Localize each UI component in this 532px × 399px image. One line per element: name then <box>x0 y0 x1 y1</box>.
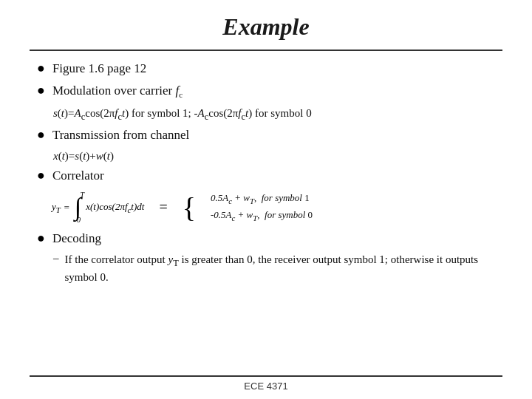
formula-block: yT = T ∫ 0 x(t)cos(2πfct)dt = { 0.5Ac + … <box>52 191 495 225</box>
integral-limits-wrap: T ∫ 0 <box>73 191 85 224</box>
formula-brace: { <box>183 194 196 222</box>
bullet-item-1: ● Figure 1.6 page 12 <box>37 60 495 78</box>
bullet-icon-4: ● <box>37 168 45 183</box>
formula-main-equals: = <box>159 199 167 216</box>
bullet-icon-2: ● <box>37 83 45 98</box>
page: Example ● Figure 1.6 page 12 ● Modulatio… <box>0 0 532 399</box>
bullet-5-subtext: If the correlator output yT is greater t… <box>65 252 496 286</box>
bullet-3-subtext: x(t)=s(t)+w(t) <box>53 149 495 164</box>
bottom-divider <box>30 375 502 377</box>
bullet-icon-5: ● <box>37 231 45 246</box>
formula-lhs: yT = T ∫ 0 x(t)cos(2πfct)dt <box>52 191 144 224</box>
bullet-icon-1: ● <box>37 61 45 76</box>
top-divider <box>30 50 502 51</box>
integral-lower: 0 <box>77 216 81 224</box>
footer-text: ECE 4371 <box>244 381 287 392</box>
bullet-2-subtext: s(t)=Accos(2πfct) for symbol 1; -Accos(2… <box>53 106 495 124</box>
page-title: Example <box>222 13 309 40</box>
bullet-text-2: Modulation over carrier fc <box>52 82 183 101</box>
formula-yr: yT <box>52 201 61 214</box>
bullet-5-subitem: – If the correlator output yT is greater… <box>53 252 495 286</box>
sub-dash: – <box>53 252 59 265</box>
footer: ECE 4371 <box>0 381 532 392</box>
integral-wrap: yT = T ∫ 0 x(t)cos(2πfct)dt <box>52 191 144 224</box>
content-area: ● Figure 1.6 page 12 ● Modulation over c… <box>30 60 502 286</box>
formula-integrand: x(t)cos(2πfct)dt <box>86 201 144 214</box>
formula-rhs-top: 0.5Ac + wT, for symbol 1 <box>211 191 313 208</box>
bullet-item-3: ● Transmission from channel <box>37 126 495 144</box>
bullet-item-5: ● Decoding <box>37 230 495 248</box>
bullet-text-4: Correlator <box>52 167 104 185</box>
bullet-icon-3: ● <box>37 127 45 143</box>
bullet-text-5: Decoding <box>52 230 101 248</box>
formula-equals: = <box>64 202 70 214</box>
formula-rhs: 0.5Ac + wT, for symbol 1 -0.5Ac + wT, fo… <box>211 191 313 225</box>
bullet-item-2: ● Modulation over carrier fc <box>37 82 495 101</box>
bullet-item-4: ● Correlator <box>37 167 495 185</box>
bullet-text-3: Transmission from channel <box>52 126 189 144</box>
bullet-text-1: Figure 1.6 page 12 <box>52 60 146 78</box>
formula-rhs-bottom: -0.5Ac + wT, for symbol 0 <box>211 208 313 225</box>
title-area: Example <box>30 0 502 47</box>
